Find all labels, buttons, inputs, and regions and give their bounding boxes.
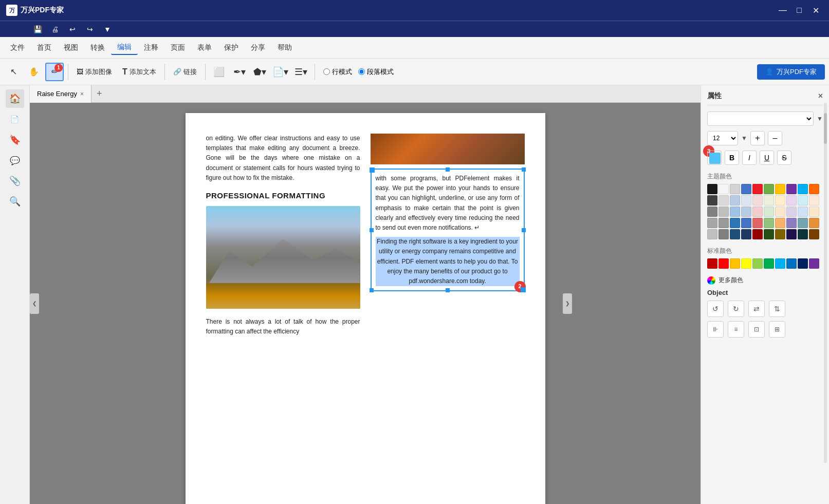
- theme-color-cell-11[interactable]: [719, 195, 729, 206]
- font-size-decrease-button[interactable]: –: [768, 131, 782, 145]
- underline-button[interactable]: U: [760, 151, 774, 165]
- theme-color-cell-14[interactable]: [752, 195, 763, 206]
- save-quick-button[interactable]: 💾: [31, 23, 44, 36]
- sidebar-pages-icon[interactable]: 📄: [6, 110, 24, 128]
- hand-tool-button[interactable]: ✋: [25, 63, 43, 81]
- theme-color-cell-1[interactable]: [719, 184, 729, 194]
- theme-color-cell-28[interactable]: [798, 207, 808, 217]
- standard-color-cell-7[interactable]: [786, 258, 797, 269]
- theme-color-cell-6[interactable]: [775, 184, 785, 194]
- link-button[interactable]: 🔗 链接: [169, 62, 201, 82]
- theme-color-cell-47[interactable]: [786, 229, 797, 239]
- theme-color-cell-2[interactable]: [730, 184, 740, 194]
- undo-quick-button[interactable]: ↩: [66, 23, 79, 36]
- theme-color-cell-36[interactable]: [775, 218, 785, 228]
- tab-close-button[interactable]: ×: [80, 90, 84, 98]
- collapse-right-button[interactable]: ❯: [563, 293, 572, 314]
- standard-color-cell-8[interactable]: [798, 258, 808, 269]
- menu-page[interactable]: 页面: [164, 41, 191, 54]
- paragraph-mode-radio[interactable]: [358, 68, 365, 75]
- minimize-button[interactable]: —: [776, 3, 790, 17]
- theme-color-cell-13[interactable]: [741, 195, 751, 206]
- theme-color-cell-43[interactable]: [741, 229, 751, 239]
- theme-color-cell-21[interactable]: [719, 207, 729, 217]
- draw-button[interactable]: ✒▾: [230, 63, 249, 81]
- theme-color-cell-22[interactable]: [730, 207, 740, 217]
- theme-color-cell-48[interactable]: [798, 229, 808, 239]
- align-left-button[interactable]: ⊪: [707, 321, 724, 338]
- theme-color-cell-25[interactable]: [764, 207, 774, 217]
- theme-color-cell-17[interactable]: [786, 195, 797, 206]
- menu-protect[interactable]: 保护: [218, 41, 245, 54]
- theme-color-cell-38[interactable]: [798, 218, 808, 228]
- theme-color-cell-39[interactable]: [809, 218, 819, 228]
- theme-color-cell-42[interactable]: [730, 229, 740, 239]
- flip-v-button[interactable]: ⇅: [769, 301, 785, 317]
- collapse-left-button[interactable]: ❮: [30, 293, 39, 314]
- sidebar-home-icon[interactable]: 🏠: [6, 89, 24, 108]
- theme-color-cell-40[interactable]: [707, 229, 717, 239]
- theme-color-cell-46[interactable]: [775, 229, 785, 239]
- menu-form[interactable]: 表单: [191, 41, 218, 54]
- menu-convert[interactable]: 转换: [84, 41, 111, 54]
- color-swatch-button[interactable]: [707, 151, 722, 165]
- standard-color-cell-6[interactable]: [775, 258, 785, 269]
- theme-color-cell-23[interactable]: [741, 207, 751, 217]
- account-button[interactable]: 👤 万兴PDF专家: [757, 64, 825, 80]
- text-format-button[interactable]: 📄▾: [271, 63, 290, 81]
- theme-color-cell-29[interactable]: [809, 207, 819, 217]
- bold-button[interactable]: B: [725, 151, 739, 165]
- more-quick-button[interactable]: ▼: [101, 23, 114, 36]
- standard-color-cell-0[interactable]: [707, 258, 717, 269]
- menu-annotate[interactable]: 注释: [138, 41, 164, 54]
- theme-color-cell-4[interactable]: [752, 184, 763, 194]
- close-button[interactable]: ✕: [808, 3, 823, 17]
- theme-color-cell-15[interactable]: [764, 195, 774, 206]
- theme-color-cell-45[interactable]: [764, 229, 774, 239]
- theme-color-cell-10[interactable]: [707, 195, 717, 206]
- content-area[interactable]: ❮ on editing. We offer clear instruction…: [30, 103, 701, 504]
- theme-color-cell-5[interactable]: [764, 184, 774, 194]
- rotate-ccw-button[interactable]: ↺: [707, 301, 724, 317]
- sidebar-comment-icon[interactable]: 💬: [6, 151, 24, 170]
- sidebar-search-icon[interactable]: 🔍: [6, 192, 24, 211]
- menu-share[interactable]: 分享: [245, 41, 271, 54]
- shape-button[interactable]: ⬟▾: [251, 63, 269, 81]
- theme-color-cell-19[interactable]: [809, 195, 819, 206]
- redo-quick-button[interactable]: ↪: [83, 23, 97, 36]
- theme-color-cell-26[interactable]: [775, 207, 785, 217]
- print-quick-button[interactable]: 🖨: [48, 23, 62, 36]
- theme-color-cell-30[interactable]: [707, 218, 717, 228]
- maximize-button[interactable]: □: [792, 3, 806, 17]
- paragraph-mode-label[interactable]: 段落模式: [358, 67, 394, 77]
- theme-color-cell-20[interactable]: [707, 207, 717, 217]
- standard-color-cell-3[interactable]: [741, 258, 751, 269]
- font-size-select[interactable]: 12: [707, 131, 738, 145]
- add-text-button[interactable]: T 添加文本: [118, 62, 160, 82]
- theme-color-cell-33[interactable]: [741, 218, 751, 228]
- standard-color-cell-2[interactable]: [730, 258, 740, 269]
- align-center-button[interactable]: ≡: [728, 321, 744, 338]
- menu-file[interactable]: 文件: [4, 41, 31, 54]
- theme-color-cell-49[interactable]: [809, 229, 819, 239]
- replace-button[interactable]: ⊞: [769, 321, 785, 338]
- panel-close-button[interactable]: ×: [818, 91, 823, 101]
- theme-color-cell-7[interactable]: [786, 184, 797, 194]
- theme-color-cell-24[interactable]: [752, 207, 763, 217]
- menu-view[interactable]: 视图: [58, 41, 84, 54]
- theme-color-cell-27[interactable]: [786, 207, 797, 217]
- tab-add-button[interactable]: +: [91, 88, 107, 99]
- font-size-increase-button[interactable]: +: [750, 131, 765, 145]
- theme-color-cell-9[interactable]: [809, 184, 819, 194]
- menu-home[interactable]: 首页: [31, 41, 58, 54]
- strikethrough-button[interactable]: S: [777, 151, 791, 165]
- theme-color-cell-32[interactable]: [730, 218, 740, 228]
- theme-color-cell-44[interactable]: [752, 229, 763, 239]
- font-family-select[interactable]: [707, 111, 814, 126]
- rotate-cw-button[interactable]: ↻: [728, 301, 744, 317]
- cursor-tool-button[interactable]: ↖: [4, 63, 23, 81]
- menu-help[interactable]: 帮助: [271, 41, 298, 54]
- highlighted-text-block[interactable]: Finding the right software is a key ingr…: [376, 237, 520, 286]
- more-colors-row[interactable]: 更多颜色: [707, 276, 823, 285]
- flip-h-button[interactable]: ⇄: [748, 301, 765, 317]
